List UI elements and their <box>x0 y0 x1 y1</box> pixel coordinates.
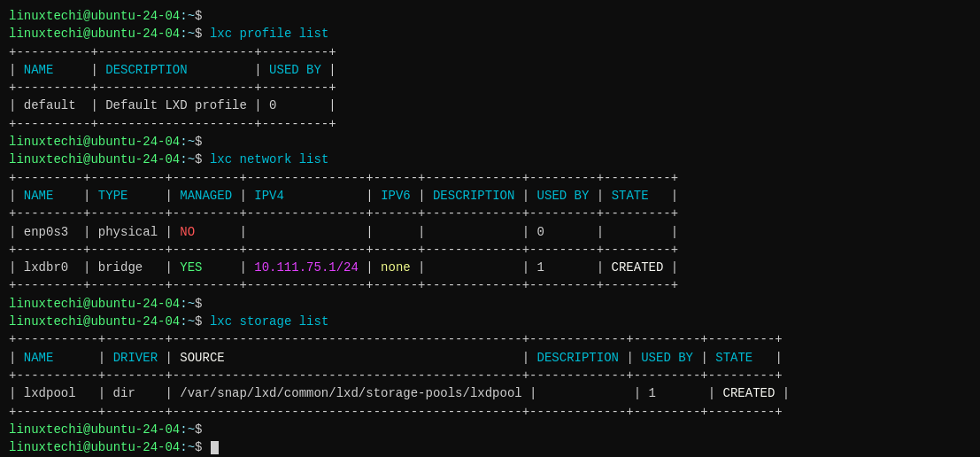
line-1: linuxtechi@ubuntu-24-04:~$ <box>9 7 971 25</box>
cmd-lxc-storage-list: lxc storage list <box>210 314 328 329</box>
storage-table-header: | NAME | DRIVER | SOURCE | DESCRIPTION |… <box>9 349 971 367</box>
network-table-row2: | lxdbr0 | bridge | YES | 10.111.75.1/24… <box>9 259 971 276</box>
terminal-cursor <box>211 441 219 454</box>
network-table-row1: | enp0s3 | physical | NO | | | | 0 | | <box>9 223 971 241</box>
line-prompt-cursor: linuxtechi@ubuntu-24-04:~$ <box>9 438 971 456</box>
network-table-border-mid2: +---------+----------+---------+--------… <box>9 241 971 259</box>
line-prompt-4: linuxtechi@ubuntu-24-04:~$ <box>9 421 971 438</box>
cmd-lxc-profile-list: lxc profile list <box>210 27 328 41</box>
line-storage-cmd: linuxtechi@ubuntu-24-04:~$ lxc storage l… <box>9 313 971 330</box>
line-prompt-3: linuxtechi@ubuntu-24-04:~$ <box>9 295 971 313</box>
network-table-border-bot: +---------+----------+---------+--------… <box>9 276 971 294</box>
storage-table-row: | lxdpool | dir | /var/snap/lxd/common/l… <box>9 384 971 402</box>
line-prompt-2: linuxtechi@ubuntu-24-04:~$ <box>9 133 971 151</box>
profile-table-border-bot: +----------+---------------------+------… <box>9 115 971 133</box>
storage-table-border-mid: +-----------+--------+------------------… <box>9 367 971 384</box>
cmd-lxc-network-list: lxc network list <box>210 152 328 167</box>
line-2: linuxtechi@ubuntu-24-04:~$ lxc profile l… <box>9 25 971 43</box>
line-network-cmd: linuxtechi@ubuntu-24-04:~$ lxc network l… <box>9 151 971 168</box>
network-table-border-top: +---------+----------+---------+--------… <box>9 169 971 187</box>
network-table-border-mid1: +---------+----------+---------+--------… <box>9 205 971 222</box>
profile-table-border-top: +----------+---------------------+------… <box>9 43 971 61</box>
profile-table-row: | default | Default LXD profile | 0 | <box>9 97 971 114</box>
profile-table-header: | NAME | DESCRIPTION | USED BY | <box>9 61 971 79</box>
storage-table-border-bot: +-----------+--------+------------------… <box>9 403 971 421</box>
profile-table-border-mid: +----------+---------------------+------… <box>9 79 971 97</box>
storage-table-border-top: +-----------+--------+------------------… <box>9 330 971 348</box>
prompt-user: linuxtechi <box>9 9 83 23</box>
network-table-header: | NAME | TYPE | MANAGED | IPV4 | IPV6 | … <box>9 187 971 205</box>
terminal: linuxtechi@ubuntu-24-04:~$ linuxtechi@ub… <box>9 7 971 456</box>
